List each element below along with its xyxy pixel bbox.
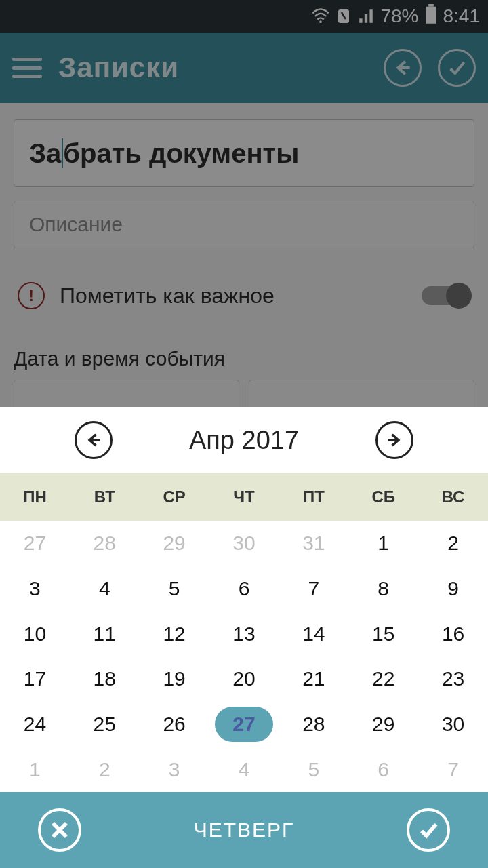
calendar-day[interactable]: 18	[70, 656, 140, 702]
calendar-day[interactable]: 6	[209, 566, 279, 612]
calendar-day[interactable]: 29	[140, 521, 209, 566]
calendar-day[interactable]: 3	[140, 747, 209, 792]
prev-month-button[interactable]	[75, 421, 113, 459]
weekday-label: СБ	[348, 473, 418, 521]
selected-dayname: ЧЕТВЕРГ	[194, 818, 295, 842]
date-picker: Апр 2017 ПНВТСРЧТПТСБВС 2728293031123456…	[0, 407, 488, 868]
calendar-day[interactable]: 6	[348, 747, 418, 792]
calendar-day[interactable]: 21	[279, 656, 348, 702]
calendar-day[interactable]: 29	[348, 702, 418, 747]
calendar-day[interactable]: 28	[279, 702, 348, 747]
weekday-label: ПН	[0, 473, 70, 521]
calendar-day[interactable]: 28	[70, 521, 140, 566]
calendar-day[interactable]: 24	[0, 702, 70, 747]
weekday-label: ЧТ	[209, 473, 279, 521]
calendar-day[interactable]: 14	[279, 611, 348, 656]
calendar-day[interactable]: 30	[209, 521, 279, 566]
calendar-day[interactable]: 22	[348, 656, 418, 702]
calendar-day[interactable]: 8	[348, 566, 418, 612]
weekday-label: ПТ	[279, 473, 348, 521]
calendar-day[interactable]: 23	[418, 656, 488, 702]
calendar-header: Апр 2017	[0, 407, 488, 473]
weekday-label: СР	[140, 473, 209, 521]
cancel-date-button[interactable]	[38, 808, 81, 852]
weekday-label: ВС	[418, 473, 488, 521]
calendar-day[interactable]: 2	[70, 747, 140, 792]
calendar-grid: 2728293031123456789101112131415161718192…	[0, 521, 488, 792]
weekday-row: ПНВТСРЧТПТСБВС	[0, 473, 488, 521]
calendar-day[interactable]: 15	[348, 611, 418, 656]
calendar-day[interactable]: 19	[140, 656, 209, 702]
calendar-day[interactable]: 1	[348, 521, 418, 566]
calendar-day[interactable]: 25	[70, 702, 140, 747]
calendar-day[interactable]: 5	[279, 747, 348, 792]
calendar-day[interactable]: 10	[0, 611, 70, 656]
calendar-day[interactable]: 11	[70, 611, 140, 656]
calendar-day[interactable]: 9	[418, 566, 488, 612]
calendar-day[interactable]: 20	[209, 656, 279, 702]
calendar-day[interactable]: 26	[140, 702, 209, 747]
next-month-button[interactable]	[375, 421, 413, 459]
confirm-date-button[interactable]	[407, 808, 450, 852]
calendar-day[interactable]: 4	[209, 747, 279, 792]
calendar-day[interactable]: 7	[279, 566, 348, 612]
calendar-footer: ЧЕТВЕРГ	[0, 792, 488, 868]
calendar-day[interactable]: 13	[209, 611, 279, 656]
calendar-day[interactable]: 5	[140, 566, 209, 612]
calendar-day[interactable]: 16	[418, 611, 488, 656]
calendar-day[interactable]: 30	[418, 702, 488, 747]
calendar-day[interactable]: 12	[140, 611, 209, 656]
calendar-day[interactable]: 27	[0, 521, 70, 566]
calendar-day[interactable]: 4	[70, 566, 140, 612]
calendar-title: Апр 2017	[189, 426, 299, 455]
calendar-day[interactable]: 2	[418, 521, 488, 566]
calendar-day[interactable]: 3	[0, 566, 70, 612]
calendar-day[interactable]: 27	[209, 702, 279, 747]
calendar-day[interactable]: 31	[279, 521, 348, 566]
calendar-day[interactable]: 1	[0, 747, 70, 792]
weekday-label: ВТ	[70, 473, 140, 521]
calendar-day[interactable]: 7	[418, 747, 488, 792]
calendar-day[interactable]: 17	[0, 656, 70, 702]
